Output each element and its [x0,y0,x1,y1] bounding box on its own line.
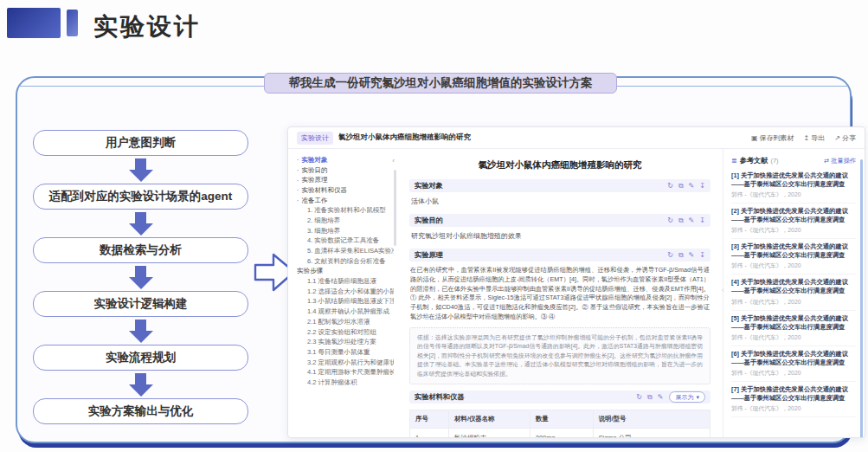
regenerate-icon[interactable]: ↻ [636,393,642,402]
app-topbar: 实验设计 氯沙坦对小鼠体内癌细胞增殖影响的研究 ▣保存到素材 ↥导出 ↗分享 [288,127,865,149]
download-icon[interactable]: ↧ [699,216,705,225]
batch-action-link[interactable]: ⇄ 批量操作 [824,157,856,165]
outline-step-2-3[interactable]: 2.3 实施氯沙坦处理方案 [297,337,394,347]
display-as-button[interactable]: 展示为 ▾ [669,391,705,403]
outline-step-2-2[interactable]: 2.2 设定实验组和对照组 [297,327,394,338]
edit-icon[interactable]: ✎ [689,182,695,190]
purpose-content: 研究氯沙坦对小鼠癌细胞增殖的效果 [409,227,710,242]
outline-step-4-1[interactable]: 4.1 定期用游标卡尺测量肿瘤长度... [297,367,394,378]
subject-content: 活体小鼠 [409,192,710,208]
outline-item-materials[interactable]: ·实验材料和仪器 [297,185,394,196]
export-icon: ↥ [804,134,810,142]
copy-icon[interactable]: ⧉ [678,251,684,260]
table-header-row: 序号 材料/仪器名称 数量 说明/型号 [410,410,710,429]
doc-type-badge: 实验设计 [297,132,333,145]
references-header: ≣ 参考文献 (7) ⇄ 批量操作 [731,156,856,165]
bullet-icon: · [297,197,299,204]
save-to-materials-button[interactable]: ▣保存到素材 [751,133,794,143]
reference-item[interactable]: [3] 关于加快推进优先发展公共交通的建议——基于泰州城区公交车出行满意度调查 … [731,239,856,274]
outline-step-1-1[interactable]: 1.1 准备结肠癌细胞悬液 [297,276,394,287]
outline-prep-3[interactable]: 3. 细胞培养 [297,226,394,236]
outline-prep-2[interactable]: 2. 细胞培养 [297,216,394,226]
slide: 实验设计 帮我生成一份研究氯沙坦对小鼠癌细胞增值的实验设计方案 用户意图判断 适… [0,0,868,452]
flow-step-process-plan: 实验流程规划 [33,345,248,371]
outline-step-3-2[interactable]: 3.2 定期观察小鼠行为和健康状况 [297,358,394,368]
regenerate-icon[interactable]: ↻ [667,216,673,225]
outline-step-2-1[interactable]: 2.1 配制氯沙坦水溶液 [297,317,394,327]
edit-icon[interactable]: ✎ [689,216,695,225]
references-count: (7) [770,157,778,165]
regenerate-icon[interactable]: ↻ [667,251,673,260]
section-actions: ↻ ⧉ ✎ ↧ [667,216,705,225]
edit-icon[interactable]: ✎ [658,393,664,402]
section-header-purpose: 实验目的 ↻ ⧉ ✎ ↧ [409,214,710,227]
down-arrow-icon [33,371,248,398]
share-button[interactable]: ↗分享 [834,133,856,143]
flow-step-intent: 用户意图判断 [33,130,248,156]
bullet-icon: · [297,177,299,184]
share-icon: ↗ [834,134,840,142]
outline-prep-5[interactable]: 5. 血清样本采集和ELISA实验准备 [297,246,394,256]
down-arrow-icon [33,156,248,184]
outline-item-preparation[interactable]: ·准备工作 [297,196,394,206]
section-actions: ↻ ⧉ ✎ [636,393,663,402]
section-header-principle: 实验原理 ↻ ⧉ ✎ ↧ [409,249,710,262]
section-actions: ↻ ⧉ ✎ ↧ [667,182,705,190]
outline-prep-1[interactable]: 1. 准备实验材料和小鼠模型 [297,205,394,216]
document-title: 氯沙坦对小鼠体内癌细胞增殖影响的研究 [409,159,710,171]
section-header-materials: 实验材料和仪器 ↻ ⧉ ✎ 展示为 ▾ [409,391,710,404]
flow-step-output-optimize: 实验方案输出与优化 [33,398,248,424]
bullet-icon: · [297,186,299,194]
outline-prep-6[interactable]: 6. 文献资料的综合分析准备 [297,256,394,267]
regenerate-icon[interactable]: ↻ [667,182,673,190]
copy-icon[interactable]: ⧉ [678,182,684,190]
outline-step-1-3[interactable]: 1.3 小鼠结肠癌细胞悬液皮下注射 [297,297,394,307]
reference-item[interactable]: [1] 关于加快推进优先发展公共交通的建议——基于泰州城区公交车出行满意度调查 … [731,168,856,203]
down-arrow-icon [33,317,248,345]
principle-content: 在已有的研究中，血管紧张素II被发现能够促进结肠癌细胞的增殖、迁移和侵袭，并诱导… [409,262,710,322]
principle-rationale: 依据：选择这实验原理是因为已有研究提供了氯沙坦抑制肿瘤增殖可能的分子机制，包括对… [409,327,710,385]
batch-icon: ⇄ [824,157,829,165]
copy-icon[interactable]: ⧉ [678,216,684,225]
references-scrollbar[interactable] [860,159,863,438]
outline-item-purpose[interactable]: ·实验目的 [297,165,394,176]
outline-step-4-2[interactable]: 4.2 计算肿瘤体积 [297,378,394,388]
down-arrow-icon [33,263,248,291]
outline-step-3-1[interactable]: 3.1 每日测量小鼠体重 [297,347,394,358]
outline-prep-4[interactable]: 4. 实验数据记录工具准备 [297,236,394,247]
user-prompt-bubble: 帮我生成一份研究氯沙坦对小鼠癌细胞增值的实验设计方案 [264,73,617,94]
list-icon: ≣ [731,157,737,165]
download-icon[interactable]: ↧ [699,251,705,260]
outline-item-principle[interactable]: ·实验原理 [297,175,394,185]
table-row: 1 氯沙坦粉末 200mg Sigma 公司 [410,429,710,438]
outline-step-1-2[interactable]: 1.2 选择适合大小和体重的小鼠 [297,287,394,297]
section-actions: ↻ ⧉ ✎ ↧ [667,251,705,260]
flow-step-agent-match: 适配到对应的实验设计场景的agent [33,184,248,210]
download-icon[interactable]: ↧ [699,182,705,190]
outline-item-steps[interactable]: 实验步骤 [297,267,394,277]
reference-item[interactable]: [7] 关于加快推进优先发展公共交通的建议——基于泰州城区公交车出行满意度调查 … [731,382,856,417]
copy-icon[interactable]: ⧉ [647,393,653,402]
flow-step-logic-build: 实验设计逻辑构建 [33,291,248,317]
document-main: ‹ 氯沙坦对小鼠体内癌细胞增殖影响的研究 实验对象 ↻ ⧉ ✎ ↧ 活体小鼠 实… [397,149,723,438]
section-header-subject: 实验对象 ↻ ⧉ ✎ ↧ [409,179,710,192]
references-panel: ≣ 参考文献 (7) ⇄ 批量操作 [1] 关于加快推进优先发展公共交通的建议—… [723,149,865,438]
header-decoration-rect [7,8,61,38]
export-button[interactable]: ↥导出 [804,133,826,143]
down-arrow-icon [33,210,248,237]
sidebar-scrollbar[interactable] [394,170,396,246]
sidebar-collapse-icon[interactable]: ‹ [392,157,395,165]
reference-item[interactable]: [2] 关于加快推进优先发展公共交通的建议——基于泰州城区公交车出行满意度调查 … [731,203,856,239]
topbar-actions: ▣保存到素材 ↥导出 ↗分享 [751,133,856,143]
app-screenshot: 实验设计 氯沙坦对小鼠体内癌细胞增殖影响的研究 ▣保存到素材 ↥导出 ↗分享 ‹… [287,126,865,438]
flow-step-data-retrieval: 数据检索与分析 [33,237,248,263]
outline-sidebar: ‹ ·实验对象 ·实验目的 ·实验原理 ·实验材料和仪器 ·准备工作 1. 准备… [288,149,397,438]
reference-item[interactable]: [5] 关于加快推进优先发展公共交通的建议——基于泰州城区公交车出行满意度调查 … [731,311,856,346]
edit-icon[interactable]: ✎ [689,251,695,260]
materials-table: 序号 材料/仪器名称 数量 说明/型号 1 氯沙坦粉末 200mg Sigma … [409,410,710,438]
outline-item-subject[interactable]: ·实验对象 [297,155,394,165]
reference-item[interactable]: [4] 关于加快推进优先发展公共交通的建议——基于泰州城区公交车出行满意度调查 … [731,274,856,310]
save-icon: ▣ [751,134,758,142]
outline-step-1-4[interactable]: 1.4 观察并确认小鼠肿瘤形成 [297,307,394,317]
reference-item[interactable]: [6] 关于加快推进优先发展公共交通的建议——基于泰州城区公交车出行满意度调查 … [731,346,856,382]
